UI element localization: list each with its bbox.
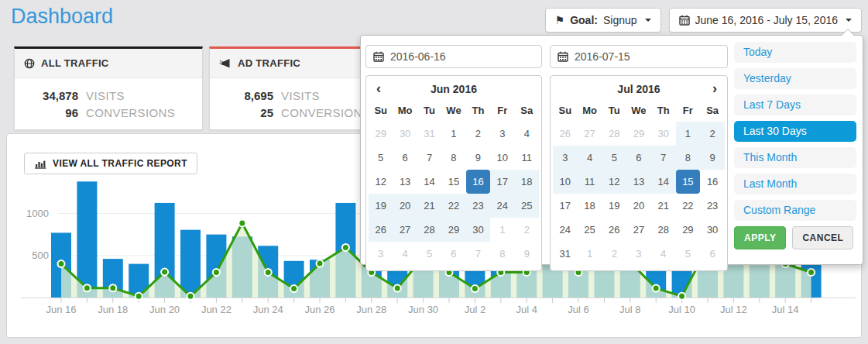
day-cell[interactable]: 4 [515, 122, 539, 146]
day-cell[interactable]: 11 [578, 170, 602, 194]
day-cell[interactable]: 28 [417, 218, 441, 242]
day-cell[interactable]: 6 [393, 146, 417, 170]
day-cell[interactable]: 2 [700, 122, 725, 146]
day-cell[interactable]: 14 [651, 170, 676, 194]
day-cell[interactable]: 30 [651, 122, 676, 146]
day-cell[interactable]: 11 [515, 146, 539, 170]
day-cell[interactable]: 12 [369, 170, 393, 194]
day-cell[interactable]: 18 [515, 170, 539, 194]
day-cell[interactable]: 10 [490, 146, 514, 170]
day-cell[interactable]: 14 [417, 170, 441, 194]
day-cell[interactable]: 9 [515, 242, 539, 266]
range-option-custom-range[interactable]: Custom Range [734, 200, 856, 221]
day-cell[interactable]: 6 [441, 242, 465, 266]
day-cell[interactable]: 25 [578, 218, 602, 242]
day-cell-selected[interactable]: 16 [466, 170, 490, 194]
day-cell[interactable]: 29 [369, 122, 393, 146]
date-range-button[interactable]: June 16, 2016 - July 15, 2016 [669, 8, 862, 33]
day-cell[interactable]: 5 [676, 242, 701, 266]
day-cell[interactable]: 28 [651, 218, 676, 242]
day-cell[interactable]: 24 [490, 194, 514, 218]
start-date-input[interactable] [390, 50, 534, 63]
day-cell[interactable]: 3 [369, 242, 393, 266]
day-cell[interactable]: 15 [441, 170, 465, 194]
day-cell[interactable]: 12 [602, 170, 626, 194]
day-cell[interactable]: 6 [626, 146, 651, 170]
goal-dropdown-button[interactable]: ⚑ Goal: Signup [545, 8, 661, 33]
day-cell[interactable]: 9 [466, 146, 490, 170]
cancel-button[interactable]: CANCEL [792, 226, 853, 249]
day-cell[interactable]: 1 [676, 122, 701, 146]
day-cell[interactable]: 2 [466, 122, 490, 146]
end-date-input[interactable] [575, 50, 720, 63]
range-option-yesterday[interactable]: Yesterday [734, 68, 856, 89]
day-cell[interactable]: 30 [466, 218, 490, 242]
apply-button[interactable]: APPLY [734, 226, 786, 249]
day-cell[interactable]: 23 [466, 194, 490, 218]
view-all-traffic-report-button[interactable]: VIEW ALL TRAFFIC REPORT [24, 153, 197, 174]
day-cell[interactable]: 1 [490, 218, 514, 242]
range-option-last-30-days[interactable]: Last 30 Days [734, 121, 856, 142]
chevron-left-icon[interactable]: ‹ [376, 79, 381, 98]
day-cell[interactable]: 24 [553, 218, 578, 242]
day-cell[interactable]: 5 [417, 242, 441, 266]
chevron-right-icon[interactable]: › [712, 79, 717, 98]
day-cell[interactable]: 3 [553, 146, 578, 170]
day-cell[interactable]: 25 [515, 194, 539, 218]
day-cell[interactable]: 17 [553, 194, 578, 218]
day-cell[interactable]: 6 [700, 242, 725, 266]
day-cell[interactable]: 2 [515, 218, 539, 242]
day-cell[interactable]: 2 [602, 242, 626, 266]
day-cell[interactable]: 9 [700, 146, 725, 170]
day-cell[interactable]: 26 [369, 218, 393, 242]
day-cell[interactable]: 13 [393, 170, 417, 194]
range-option-this-month[interactable]: This Month [734, 147, 856, 168]
day-cell[interactable]: 31 [553, 242, 578, 266]
day-cell[interactable]: 26 [553, 122, 578, 146]
day-cell[interactable]: 21 [651, 194, 676, 218]
day-cell[interactable]: 8 [490, 242, 514, 266]
day-cell[interactable]: 5 [369, 146, 393, 170]
day-cell[interactable]: 8 [441, 146, 465, 170]
day-cell[interactable]: 3 [626, 242, 651, 266]
day-cell[interactable]: 17 [490, 170, 514, 194]
day-cell[interactable]: 27 [626, 218, 651, 242]
day-cell[interactable]: 23 [700, 194, 725, 218]
day-cell-selected[interactable]: 15 [676, 170, 701, 194]
day-cell[interactable]: 18 [578, 194, 602, 218]
day-cell[interactable]: 7 [651, 146, 676, 170]
day-cell[interactable]: 22 [441, 194, 465, 218]
day-cell[interactable]: 1 [578, 242, 602, 266]
day-cell[interactable]: 31 [417, 122, 441, 146]
day-cell[interactable]: 1 [441, 122, 465, 146]
day-cell[interactable]: 30 [700, 218, 725, 242]
day-cell[interactable]: 4 [651, 242, 676, 266]
day-cell[interactable]: 5 [602, 146, 626, 170]
day-cell[interactable]: 27 [393, 218, 417, 242]
day-cell[interactable]: 21 [417, 194, 441, 218]
day-cell[interactable]: 3 [490, 122, 514, 146]
day-cell[interactable]: 7 [466, 242, 490, 266]
day-cell[interactable]: 30 [393, 122, 417, 146]
day-cell[interactable]: 29 [626, 122, 651, 146]
day-cell[interactable]: 22 [676, 194, 701, 218]
day-cell[interactable]: 4 [393, 242, 417, 266]
range-option-today[interactable]: Today [734, 42, 856, 63]
day-cell[interactable]: 16 [700, 170, 725, 194]
day-cell[interactable]: 28 [602, 122, 626, 146]
day-cell[interactable]: 19 [369, 194, 393, 218]
day-cell[interactable]: 13 [626, 170, 651, 194]
range-option-last-month[interactable]: Last Month [734, 174, 856, 194]
day-cell[interactable]: 27 [578, 122, 602, 146]
range-option-last-7-days[interactable]: Last 7 Days [734, 95, 856, 115]
day-cell[interactable]: 20 [626, 194, 651, 218]
day-cell[interactable]: 20 [393, 194, 417, 218]
day-cell[interactable]: 26 [602, 218, 626, 242]
day-cell[interactable]: 7 [417, 146, 441, 170]
day-cell[interactable]: 19 [602, 194, 626, 218]
day-cell[interactable]: 4 [578, 146, 602, 170]
day-cell[interactable]: 10 [553, 170, 578, 194]
day-cell[interactable]: 8 [676, 146, 701, 170]
day-cell[interactable]: 29 [441, 218, 465, 242]
day-cell[interactable]: 29 [676, 218, 701, 242]
